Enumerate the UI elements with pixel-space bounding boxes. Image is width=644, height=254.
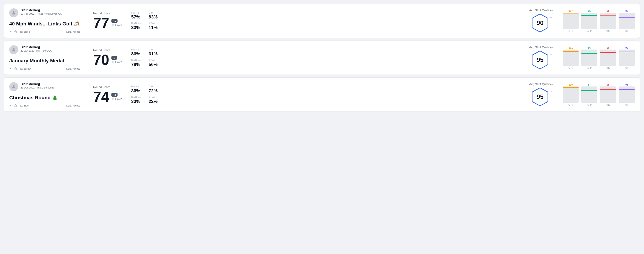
user-name: Blair McHarg (20, 8, 62, 12)
hex-score: 90 (537, 19, 544, 26)
score-block: Round Score74+218 Holes (93, 85, 122, 104)
y-axis: 100500 (550, 9, 554, 26)
bar-marker-putt (619, 52, 635, 52)
bar-marker-app (581, 53, 597, 54)
bar-value-putt: 93 (619, 83, 635, 86)
stat-one-putt-value: 22% (149, 99, 159, 104)
bag-icon (14, 30, 17, 33)
round-score-label: Round Score (93, 48, 122, 52)
svg-rect-1 (14, 31, 16, 33)
stat-one-putt-value: 56% (149, 62, 159, 67)
data-source: Data: Arccos (66, 67, 80, 70)
hexagon-wrapper: 95 (530, 87, 550, 107)
bar-value-ott: 110 (563, 83, 579, 86)
stat-fw-hit: FW Hit57% (131, 11, 142, 20)
bar-value-putt: 99 (619, 46, 635, 49)
round-score-label: Round Score (93, 11, 122, 15)
bar-label-ott: OTT (563, 67, 579, 69)
hex-score: 95 (537, 56, 544, 64)
weather-icon (9, 31, 12, 33)
stat-fw-hit: FW Hit36% (131, 85, 142, 94)
user-info: Blair McHarg29 Jan 2022 · Mill Ride GCC (9, 45, 80, 54)
round-left-section: Blair McHarg29 Jan 2022 · Mill Ride GCCJ… (9, 45, 86, 70)
weather-icon (9, 105, 12, 107)
bar-marker-app (581, 15, 597, 16)
stat-fw-hit-value: 36% (131, 88, 142, 94)
svg-point-3 (13, 48, 14, 50)
user-details: Blair McHarg12 Feb 2022 · Royal North De… (20, 8, 62, 15)
bar-label-putt: PUTT (619, 104, 635, 106)
score-block: Round Score77+518 Holes (93, 11, 122, 30)
stat-up-down: Up/Down78% (131, 59, 142, 67)
bar-col-arg (600, 87, 616, 103)
data-source: Data: Arccos (66, 30, 80, 33)
quality-label: Avg Shot Quality (529, 45, 551, 49)
round-footer: Tee: YellowData: Arccos (9, 67, 80, 70)
chart-values-row: 101869699 (563, 46, 635, 49)
stat-gir: GIR83% (149, 11, 159, 20)
chart-values-row: 110879593 (563, 83, 635, 86)
avatar (9, 45, 18, 54)
stat-gir-label: GIR (149, 85, 159, 88)
svg-point-0 (13, 11, 14, 13)
bar-col-ott (563, 13, 579, 29)
round-title: 40 Mph Winds... Links Golf 🪃 (9, 21, 80, 27)
tee-label: Tee: Black (18, 30, 30, 33)
bar-value-ott: 107 (563, 9, 579, 12)
bar-marker-putt (619, 17, 635, 17)
bar-marker-arg (600, 89, 616, 90)
stat-fw-hit-label: FW Hit (131, 48, 142, 51)
bag-icon (14, 67, 17, 70)
chart-labels-row: OTTAPPARGPUTT (563, 104, 635, 106)
chart-bars-row (563, 13, 635, 29)
bar-col-putt (619, 87, 635, 103)
bar-label-app: APP (581, 104, 597, 106)
stat-up-down-value: 33% (131, 25, 142, 30)
avatar (9, 8, 18, 17)
bar-label-putt: PUTT (619, 67, 635, 69)
avatar (9, 82, 18, 91)
weather-icon (9, 68, 12, 70)
stat-up-down-label: Up/Down (131, 96, 142, 98)
stats-grid: FW Hit57%GIR83%Up/Down33%1 Putt11% (131, 11, 159, 30)
bar-marker-arg (600, 52, 616, 53)
score-number: 74 (93, 90, 109, 104)
hex-score: 95 (537, 93, 544, 101)
stat-gir-value: 83% (149, 14, 159, 20)
user-details: Blair McHarg29 Jan 2022 · Mill Ride GCC (20, 45, 52, 52)
user-meta: 29 Jan 2022 · Mill Ride GCC (20, 49, 52, 52)
stat-fw-hit-label: FW Hit (131, 85, 142, 88)
bag-icon (14, 104, 17, 107)
bar-chart-wrapper: 100500110879593OTTAPPARGPUTT (556, 83, 635, 106)
round-footer: Tee: BlueData: Arccos (9, 104, 80, 107)
bar-value-putt: 82 (619, 9, 635, 12)
score-number: 70 (93, 53, 109, 67)
stat-one-putt-label: 1 Putt (149, 59, 159, 61)
bar-col-app (581, 13, 597, 29)
user-details: Blair McHarg27 Dec 2021 · The Oxfordshir… (20, 82, 54, 89)
tee-info: Tee: Yellow (9, 67, 31, 70)
round-middle-section: Round Score74+218 HolesFW Hit36%GIR72%Up… (86, 82, 522, 107)
quality-block: Avg Shot Quality 90 (529, 8, 551, 33)
stat-fw-hit-value: 57% (131, 14, 142, 20)
score-diff-badge: +2 (112, 93, 118, 97)
stat-gir-label: GIR (149, 48, 159, 51)
bar-col-putt (619, 13, 635, 29)
bar-marker-ott (563, 13, 579, 14)
round-card: Blair McHarg29 Jan 2022 · Mill Ride GCCJ… (4, 40, 640, 75)
stat-gir-value: 72% (149, 88, 159, 94)
bar-label-ott: OTT (563, 104, 579, 106)
quality-block: Avg Shot Quality 95 (529, 82, 551, 107)
tee-label: Tee: Yellow (18, 67, 31, 70)
bar-marker-putt (619, 89, 635, 90)
stat-up-down-label: Up/Down (131, 22, 142, 24)
bar-value-arg: 98 (600, 9, 616, 12)
user-meta: 12 Feb 2022 · Royal North Devon GC (20, 12, 62, 15)
svg-rect-4 (14, 68, 16, 70)
round-middle-section: Round Score77+518 HolesFW Hit57%GIR83%Up… (86, 8, 522, 33)
bar-label-arg: ARG (600, 30, 616, 32)
user-name: Blair McHarg (20, 45, 52, 49)
stat-one-putt: 1 Putt22% (149, 96, 159, 104)
holes-label: 18 Holes (112, 24, 122, 27)
bar-label-app: APP (581, 30, 597, 32)
